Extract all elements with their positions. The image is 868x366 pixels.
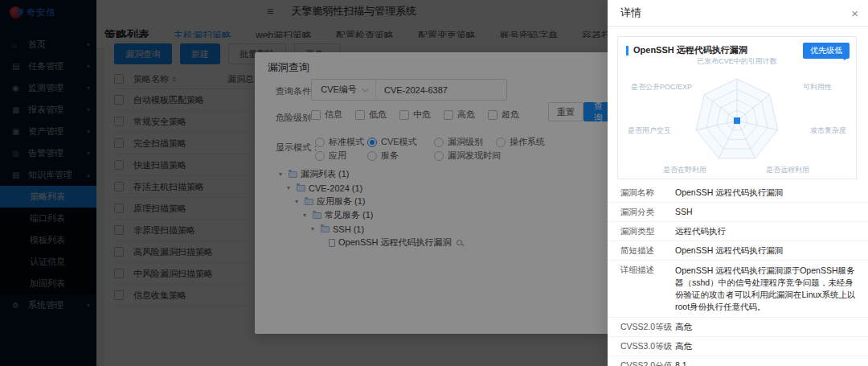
drawer-title: 详情 xyxy=(620,6,641,20)
field-label: 简短描述 xyxy=(608,245,675,256)
field-label: 漏洞分类 xyxy=(608,207,675,217)
field-row: CVSS2.0等级 高危 xyxy=(608,318,868,337)
field-value: 高危 xyxy=(675,341,868,352)
radar-axis-label: 是否公开POC/EXP xyxy=(631,82,692,93)
field-value: OpenSSH 远程代码执行漏洞源于OpenSSH服务器（sshd）中的信号处理… xyxy=(675,265,868,313)
detail-drawer: 详情 × OpenSSH 远程代码执行漏洞 优先级低 xyxy=(608,0,868,366)
field-label: 漏洞类型 xyxy=(608,226,675,236)
app-screen: 奇安信 ⌂ 首页 ▾ ▤ 任务管理 ▾ ◉ 监测管理 ▾ ▦ 报表管理 ▾ xyxy=(0,0,868,366)
radar-axis-label: 是否用户交互 xyxy=(628,125,671,136)
field-row: 漏洞类型 远程代码执行 xyxy=(608,222,868,241)
radar-axis-label: 已发布CVE中的引用计数 xyxy=(697,56,777,67)
field-value: SSH xyxy=(675,207,868,217)
field-label: CVSS2.0等级 xyxy=(608,322,675,332)
vuln-detail-fields: 漏洞名称 OpenSSH 远程代码执行漏洞 漏洞分类 SSH 漏洞类型 远程代码… xyxy=(608,183,868,366)
radar-axis-label: 攻击复杂度 xyxy=(810,125,846,136)
field-row: 漏洞分类 SSH xyxy=(608,203,868,222)
radar-axis-label: 是否远程利用 xyxy=(766,165,809,175)
radar-data-marker xyxy=(734,117,740,124)
field-value: OpenSSH 远程代码执行漏洞 xyxy=(675,187,868,198)
field-row: 漏洞名称 OpenSSH 远程代码执行漏洞 xyxy=(608,183,868,203)
vuln-summary-card: OpenSSH 远程代码执行漏洞 优先级低 xyxy=(617,36,857,179)
field-label: 漏洞名称 xyxy=(608,187,675,198)
field-label: 详细描述 xyxy=(608,265,675,313)
field-value: OpenSSH 远程代码执行漏洞 xyxy=(675,245,868,256)
radar-chart: 已发布CVE中的引用计数 可利用性 攻击复杂度 是否远程利用 是否在野利用 是否… xyxy=(618,53,856,179)
field-row: 详细描述 OpenSSH 远程代码执行漏洞源于OpenSSH服务器（sshd）中… xyxy=(608,261,868,318)
field-row: CVSS2.0分值 8.1 xyxy=(608,356,868,366)
field-label: CVSS2.0分值 xyxy=(608,360,675,366)
field-row: 简短描述 OpenSSH 远程代码执行漏洞 xyxy=(608,241,868,261)
field-value: 远程代码执行 xyxy=(675,226,868,236)
field-value: 高危 xyxy=(675,322,868,332)
radar-grid xyxy=(653,64,821,171)
field-label: CVSS3.0等级 xyxy=(608,341,675,352)
field-value: 8.1 xyxy=(675,360,868,366)
field-row: CVSS3.0等级 高危 xyxy=(608,337,868,356)
drawer-header: 详情 × xyxy=(608,0,868,27)
radar-axis-label: 可利用性 xyxy=(803,82,832,93)
radar-axis-label: 是否在野利用 xyxy=(663,165,706,175)
close-icon[interactable]: × xyxy=(851,7,858,19)
